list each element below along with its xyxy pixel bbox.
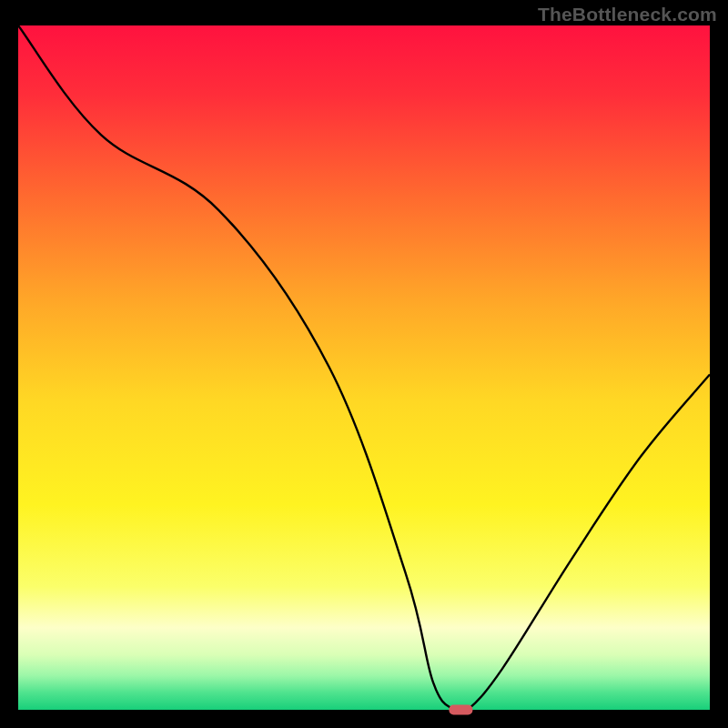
optimal-marker (449, 705, 472, 715)
watermark-text: TheBottleneck.com (538, 4, 717, 25)
gradient-background (18, 25, 710, 710)
bottleneck-chart (0, 0, 728, 728)
chart-stage: TheBottleneck.com (0, 0, 728, 728)
